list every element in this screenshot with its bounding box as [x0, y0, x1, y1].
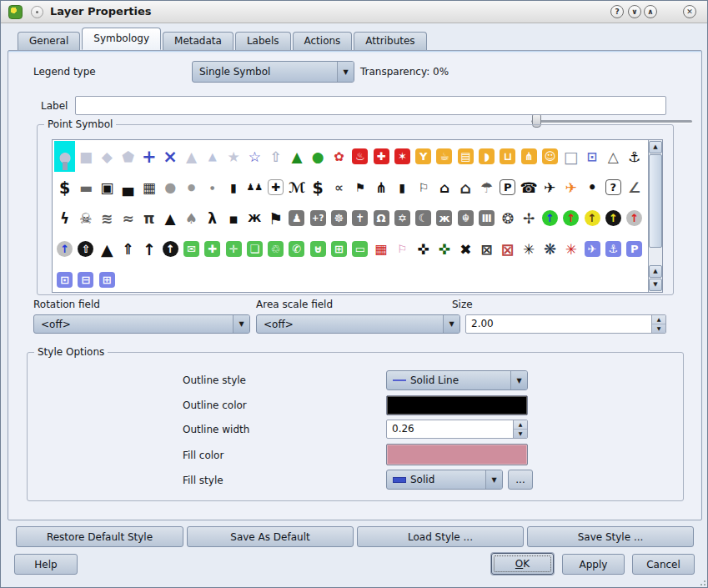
- fill-style-dropdown[interactable]: Solid ▼: [386, 470, 503, 490]
- x-bold-icon[interactable]: ✖: [455, 234, 476, 264]
- label-input[interactable]: [75, 96, 666, 115]
- north-a-icon[interactable]: ▲: [97, 234, 118, 264]
- tab-attributes[interactable]: Attributes: [354, 32, 426, 50]
- arrow-red-green-icon[interactable]: ↑: [560, 203, 581, 234]
- pine-tree-icon[interactable]: ▲: [286, 141, 307, 172]
- tab-symbology[interactable]: Symbology: [82, 28, 161, 50]
- spin-up-icon[interactable]: ▲: [652, 315, 665, 324]
- museum-icon[interactable]: Ⅲ: [476, 203, 497, 234]
- post-icon[interactable]: ✉: [181, 234, 202, 264]
- outline-style-dropdown[interactable]: Solid Line ▼: [386, 370, 528, 390]
- house-outline-icon[interactable]: ⌂: [434, 172, 454, 203]
- square-small-icon[interactable]: ▪: [223, 203, 244, 234]
- hospital-icon[interactable]: ✚: [265, 172, 286, 203]
- deer-icon[interactable]: ℳ: [286, 172, 307, 203]
- help-button[interactable]: Help: [14, 554, 78, 575]
- islamic-icon[interactable]: ☾: [413, 203, 434, 234]
- restore-default-style-button[interactable]: Restore Default Style: [16, 526, 183, 547]
- triangle-outline-marker[interactable]: △: [603, 141, 624, 172]
- fish-icon[interactable]: ∝: [329, 172, 349, 203]
- fuel-icon[interactable]: ▮: [223, 172, 244, 203]
- cancel-button[interactable]: Cancel: [632, 554, 695, 575]
- cafe-icon[interactable]: ☕: [434, 141, 454, 172]
- window-maximize-icon[interactable]: ∧: [644, 5, 657, 18]
- entertainment-icon[interactable]: ☺: [540, 141, 560, 172]
- education-icon[interactable]: +?: [308, 203, 329, 234]
- scroll-up2-icon[interactable]: ▲: [649, 265, 662, 278]
- flag-icon[interactable]: ⚑: [265, 203, 286, 234]
- scroll-up-icon[interactable]: ▲: [649, 141, 662, 153]
- arrow-blue-green-icon[interactable]: ↑: [540, 203, 560, 234]
- waterski-icon[interactable]: ≈: [118, 203, 138, 234]
- phone-green-icon[interactable]: ✆: [286, 234, 307, 264]
- parking-icon[interactable]: P: [497, 172, 518, 203]
- outline-color-swatch[interactable]: [386, 395, 528, 415]
- airfield-icon[interactable]: ✈: [560, 172, 581, 203]
- skiing-icon[interactable]: ϟ: [54, 203, 75, 234]
- tab-general[interactable]: General: [18, 32, 80, 50]
- north-n1-icon[interactable]: ⇑: [118, 234, 138, 264]
- triangle-marker[interactable]: ▲: [181, 141, 202, 172]
- derrick-icon[interactable]: Ж: [244, 203, 265, 234]
- hiking-icon[interactable]: λ: [202, 203, 223, 234]
- picnic-icon[interactable]: π: [138, 203, 159, 234]
- circle-marker[interactable]: ●: [54, 141, 75, 172]
- load-style-button[interactable]: Load Style ...: [357, 526, 524, 547]
- x-red-square-icon[interactable]: ⊠: [497, 234, 518, 264]
- small-square-marker[interactable]: ⊡: [581, 141, 602, 172]
- car-icon[interactable]: ▄: [118, 172, 138, 203]
- symbol-scrollbar[interactable]: ▲ ▲ ▼: [648, 140, 662, 292]
- save-as-default-button[interactable]: Save As Default: [187, 526, 354, 547]
- bar-icon[interactable]: Y: [413, 141, 434, 172]
- arrow-brown-yellow-icon[interactable]: ↑: [581, 203, 602, 234]
- north-arrow-icon[interactable]: ✢: [519, 203, 540, 234]
- pharmacy-icon[interactable]: ✚: [202, 234, 223, 264]
- recycle-icon[interactable]: ♲: [265, 234, 286, 264]
- basket-icon[interactable]: ⊍: [308, 234, 329, 264]
- star-marker[interactable]: ★: [223, 141, 244, 172]
- dollar-icon[interactable]: $: [308, 172, 329, 203]
- spin-down-icon[interactable]: ▼: [652, 324, 665, 333]
- cross2-marker[interactable]: ×: [159, 141, 180, 172]
- arrow-yellow-black-icon[interactable]: ↑: [603, 203, 624, 234]
- compass-icon[interactable]: ❂: [497, 203, 518, 234]
- swimming-icon[interactable]: ≋: [97, 203, 118, 234]
- x-square-icon[interactable]: ⊠: [476, 234, 497, 264]
- christian-icon[interactable]: ✝: [349, 203, 370, 234]
- boat-icon[interactable]: ▬: [75, 172, 96, 203]
- airport-icon[interactable]: ✈: [540, 172, 560, 203]
- hotel-icon[interactable]: ▭: [349, 234, 370, 264]
- currency-icon[interactable]: $: [54, 172, 75, 203]
- fill-color-swatch[interactable]: [386, 444, 528, 465]
- cinema-icon[interactable]: ▤: [455, 141, 476, 172]
- resize-grip[interactable]: [699, 579, 705, 585]
- taxi-icon[interactable]: ⊡: [54, 264, 75, 292]
- skull-icon[interactable]: ☠: [75, 203, 96, 234]
- house-icon[interactable]: ⌂: [455, 172, 476, 203]
- ok-button[interactable]: OK: [491, 553, 554, 575]
- tab-actions[interactable]: Actions: [293, 32, 353, 50]
- arrow-circle1-icon[interactable]: ⇧: [75, 234, 96, 264]
- teepee-icon[interactable]: ▲: [159, 203, 180, 234]
- north-n2-icon[interactable]: ↑: [138, 234, 159, 264]
- spin-up-icon[interactable]: ▲: [514, 420, 527, 430]
- golf-hole-icon[interactable]: ⚐: [413, 172, 434, 203]
- apply-button[interactable]: Apply: [562, 554, 625, 575]
- restaurant-icon[interactable]: ⋔: [519, 141, 540, 172]
- anchor-icon[interactable]: ⚓: [624, 141, 645, 172]
- titlebar[interactable]: Layer Properties ? ∨ ∧ ✕: [1, 1, 707, 23]
- square-marker[interactable]: ■: [75, 141, 96, 172]
- cross-green-dot-icon[interactable]: ✜: [434, 234, 454, 264]
- equilateral-triangle-marker[interactable]: ▲: [202, 141, 223, 172]
- prayer-icon[interactable]: ♟: [286, 203, 307, 234]
- arrow-red-gray-icon[interactable]: ↑: [624, 203, 645, 234]
- cutlery-icon[interactable]: ⋔: [370, 172, 391, 203]
- diamond-marker[interactable]: ◆: [97, 141, 118, 172]
- size-spinner[interactable]: 2.00 ▲ ▼: [465, 314, 666, 334]
- star6-blue-icon[interactable]: ❋: [540, 234, 560, 264]
- empty-square-marker[interactable]: □: [560, 141, 581, 172]
- om-icon[interactable]: Ω: [370, 203, 391, 234]
- arrow-marker[interactable]: ⇧: [265, 141, 286, 172]
- tab-labels[interactable]: Labels: [235, 32, 291, 50]
- window-menu-button[interactable]: [31, 6, 43, 18]
